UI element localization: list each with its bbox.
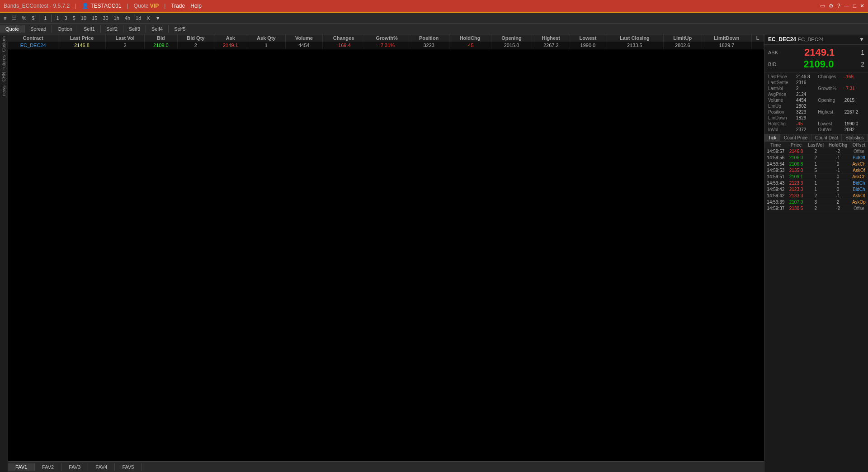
fav-tab-3[interactable]: FAV3 (61, 463, 88, 471)
list-item: 14:59:37 2130.5 2 -2 Offse (764, 205, 868, 212)
toolbar-period-4h[interactable]: 4h (123, 15, 132, 21)
col-holdchg: HoldChg (449, 34, 491, 42)
changes-value: -169. (844, 74, 864, 79)
position-value: 3223 (796, 110, 816, 114)
cell-limit-up: 2802.6 (663, 42, 702, 49)
toolbar-period-5[interactable]: 5 (71, 15, 77, 21)
ask-row: ASK 2149.1 1 (768, 47, 864, 58)
growth-value: -7.31 (844, 86, 864, 91)
bid-label: BID (768, 62, 776, 67)
tick-col-vol: LastVol (805, 142, 826, 148)
col-contract: Contract (8, 34, 58, 42)
tick-tab-statistics[interactable]: Statistics (842, 134, 868, 141)
toolbar-period-1h[interactable]: 1h (112, 15, 121, 21)
quote-tabs: Quote Spread Option Self1 Self2 Self3 Se… (0, 25, 191, 33)
sidebar-chn-futures[interactable]: CHN Futures (0, 53, 7, 83)
toolbar-dropdown[interactable]: ▼ (154, 15, 162, 21)
toolbar-list[interactable]: ☰ (10, 14, 18, 21)
toolbar-x[interactable]: X (145, 15, 151, 21)
last-vol-label: LastVol (768, 86, 794, 91)
chart-area (8, 49, 764, 461)
toolbar-1[interactable]: 1 (42, 15, 48, 21)
table-row[interactable]: EC_DEC24 2146.8 2 2109.0 2 2149.1 1 4454… (8, 42, 764, 49)
menu-trade[interactable]: Trade (171, 3, 185, 9)
list-item: 14:59:54 2106.8 1 0 AskCh (764, 161, 868, 167)
title-bar: Bands_ECContest - 9.5.7.2 | 👤 TESTACC01 … (0, 0, 868, 13)
toolbar-dollar[interactable]: $ (30, 15, 36, 21)
user-info: 👤 TESTACC01 (82, 3, 121, 9)
market-info: LastPrice 2146.8 Changes -169. LastSettl… (764, 72, 868, 134)
col-opening: Opening (491, 34, 532, 42)
col-changes: Changes (322, 34, 365, 42)
toolbar-period-15[interactable]: 15 (90, 15, 99, 21)
tick-tab-count-price[interactable]: Count Price (780, 134, 811, 141)
toolbar-period-1d[interactable]: 1d (134, 15, 143, 21)
tab-self1[interactable]: Self1 (78, 25, 101, 33)
list-item: 14:59:39 2107.0 3 2 AskOp (764, 199, 868, 205)
col-last-vol: Last Vol (105, 34, 144, 42)
list-item: 14:59:56 2106.0 2 -1 BidOff (764, 155, 868, 161)
tab-quote[interactable]: Quote (0, 25, 25, 33)
col-limit-down: LimitDown (702, 34, 752, 42)
out-vol-label: OutVol (818, 127, 843, 132)
fav-tab-2[interactable]: FAV2 (35, 463, 61, 471)
tab-self4[interactable]: Self4 (146, 25, 169, 33)
minimize-btn[interactable]: — (844, 3, 849, 9)
cell-limit-down: 1829.7 (702, 42, 752, 49)
fav-tab-4[interactable]: FAV4 (88, 463, 115, 471)
toolbar-period-3[interactable]: 3 (63, 15, 69, 21)
tick-col-holdchg: HoldChg (826, 142, 850, 148)
cell-contract: EC_DEC24 (8, 42, 58, 49)
tab-option[interactable]: Option (52, 25, 78, 33)
tick-tab-count-deal[interactable]: Count Deal (811, 134, 842, 141)
cell-growth: -7.31% (365, 42, 409, 49)
cell-l (752, 42, 764, 49)
list-item: 14:59:43 2123.3 1 0 BidCh (764, 180, 868, 186)
col-growth: Growth% (365, 34, 409, 42)
contract-name: EC_DEC24 (768, 36, 796, 43)
tab-self3[interactable]: Self3 (123, 25, 146, 33)
sidebar-custom[interactable]: Custom (0, 34, 7, 53)
tab-self2[interactable]: Self2 (101, 25, 123, 33)
user-icon: 👤 (82, 3, 89, 9)
list-item: 14:59:42 2123.3 1 0 BidCh (764, 186, 868, 193)
growth-label: Growth% (818, 86, 843, 91)
close-btn[interactable]: ✕ (860, 3, 864, 9)
cell-holdchg: -45 (449, 42, 491, 49)
toolbar-percent[interactable]: % (20, 15, 28, 21)
window-controls[interactable]: ▭ ⚙ ? — □ ✕ (820, 3, 864, 9)
cell-ask-qty: 1 (247, 42, 286, 49)
in-vol-value: 2372 (796, 127, 816, 132)
toolbar-period-10[interactable]: 10 (79, 15, 88, 21)
toolbar-period-1[interactable]: 1 (54, 15, 61, 21)
cell-bid: 2109.0 (145, 42, 177, 49)
menu-help[interactable]: Help (190, 3, 202, 9)
ask-label: ASK (768, 50, 778, 55)
contract-dropdown[interactable]: ▼ (859, 36, 864, 43)
fav-tab-5[interactable]: FAV5 (115, 463, 142, 471)
maximize-btn[interactable]: □ (853, 3, 856, 9)
cell-changes: -169.4 (322, 42, 365, 49)
list-item: 14:59:42 2133.3 2 -1 AskOf (764, 193, 868, 199)
right-panel: EC_DEC24 EC_DEC24 ▼ ASK 2149.1 1 BID 210… (764, 34, 868, 472)
toolbar-menu[interactable]: ≡ (2, 15, 8, 21)
left-sidebar: Custom CHN Futures news (0, 34, 8, 472)
cell-bid-qty: 2 (177, 42, 214, 49)
sidebar-news[interactable]: news (0, 84, 7, 98)
tab-spread[interactable]: Spread (25, 25, 52, 33)
list-item: 14:59:51 2109.1 1 0 AskCh (764, 174, 868, 180)
fav-tab-1[interactable]: FAV1 (8, 463, 35, 471)
last-price-value: 2146.8 (796, 74, 816, 79)
toolbar-period-30[interactable]: 30 (101, 15, 110, 21)
highest-value: 2267.2 (844, 110, 864, 114)
ask-price: 2149.1 (804, 47, 835, 58)
lowest-label: Lowest (818, 121, 843, 126)
out-vol-value: 2082 (844, 127, 864, 132)
tick-tab-tick[interactable]: Tick (764, 134, 780, 141)
tab-self5[interactable]: Self5 (169, 25, 191, 33)
app-title: Bands_ECContest - 9.5.7.2 (4, 3, 70, 9)
minimize-icon[interactable]: ▭ (820, 3, 825, 9)
help-icon[interactable]: ? (837, 3, 840, 9)
toolbar: ≡ ☰ % $ 1 1 3 5 10 15 30 1h 4h 1d X ▼ (0, 13, 868, 24)
settings-icon[interactable]: ⚙ (829, 3, 834, 9)
